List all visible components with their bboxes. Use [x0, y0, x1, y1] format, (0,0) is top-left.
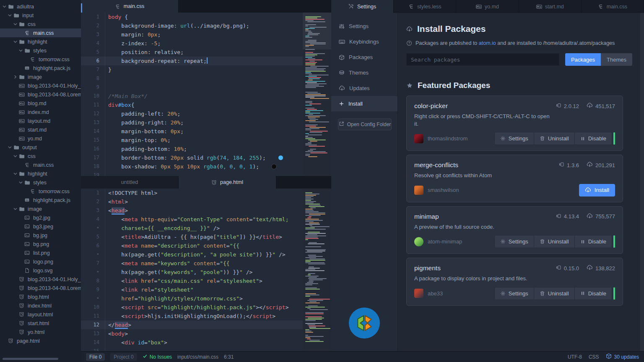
cursor-position[interactable]: 6:31 — [224, 354, 234, 360]
uninstall-button-pigments[interactable]: Uninstall — [534, 287, 575, 300]
tree-item-index.md[interactable]: index.md — [0, 108, 81, 116]
tree-item-output[interactable]: output — [0, 143, 81, 152]
settings-nav-install[interactable]: Install — [331, 96, 397, 111]
tab-main.css[interactable]: main.css — [81, 0, 179, 13]
chevron-down-icon[interactable] — [13, 22, 18, 26]
tree-item-blog.2013-04-01.Holy_Gr[interactable]: blog.2013-04-01.Holy_Gr — [0, 81, 81, 90]
tree-item-styles[interactable]: styles — [0, 46, 81, 55]
toggle-packages-button[interactable]: Packages — [565, 53, 601, 66]
uninstall-button-color-picker[interactable]: Uninstall — [534, 132, 575, 145]
settings-nav-keybindings[interactable]: Keybindings — [331, 34, 397, 49]
chevron-right-icon[interactable] — [13, 75, 18, 79]
editor-main-css[interactable]: 1body {2 background-image: url(../image/… — [81, 13, 331, 176]
atom-io-link[interactable]: atom.io — [479, 40, 496, 46]
grammar-indicator[interactable]: CSS — [589, 354, 599, 360]
settings-tab-start.md[interactable]: start.md — [519, 0, 582, 13]
tree-item-bg3.jpeg[interactable]: bg3.jpeg — [0, 222, 81, 231]
chevron-down-icon[interactable] — [19, 181, 24, 184]
tree-item-tomorrow.css[interactable]: tomorrow.css — [0, 55, 81, 64]
tree-item-main.css[interactable]: main.css — [0, 28, 81, 37]
encoding-indicator[interactable]: UTF-8 — [568, 354, 582, 360]
disable-button-pigments[interactable]: Disable — [575, 287, 612, 300]
settings-scrollbar[interactable] — [640, 13, 644, 351]
tree-item-bg2.jpg[interactable]: bg2.jpg — [0, 213, 81, 222]
tree-item-css[interactable]: css — [0, 152, 81, 160]
settings-nav-packages[interactable]: Packages — [331, 49, 397, 65]
tree-item-input[interactable]: input — [0, 11, 81, 20]
package-name[interactable]: pigments — [414, 264, 441, 272]
editor-page-html[interactable]: 1<!DOCTYPE html>2<html>3<head>4 <meta ht… — [81, 189, 331, 351]
toggle-themes-button[interactable]: Themes — [601, 53, 632, 66]
tree-item-highlight[interactable]: highlight — [0, 37, 81, 46]
tab-page.html[interactable]: page.html — [179, 176, 276, 189]
tree-item-layout.md[interactable]: layout.md — [0, 116, 81, 125]
project-issues-badge[interactable]: Project 0 — [110, 353, 137, 361]
settings-nav-themes[interactable]: Themes — [331, 65, 397, 80]
tree-item-image[interactable]: image — [0, 204, 81, 213]
tree-item-blog.2013-04-08.Lorem_I[interactable]: blog.2013-04-08.Lorem_I — [0, 284, 81, 292]
tree-item-image[interactable]: image — [0, 72, 81, 81]
tree-item-blog.2013-04-01.Holy_Gr[interactable]: blog.2013-04-01.Holy_Gr — [0, 275, 81, 284]
tree-item-blog.html[interactable]: blog.html — [0, 292, 81, 301]
chevron-down-icon[interactable] — [19, 49, 24, 52]
updates-indicator[interactable]: 30 updates — [606, 353, 639, 360]
tree-item-highlight[interactable]: highlight — [0, 169, 81, 178]
disable-button-color-picker[interactable]: Disable — [575, 132, 612, 145]
tree-item-css[interactable]: css — [0, 20, 81, 28]
tree-item-styles[interactable]: styles — [0, 178, 81, 187]
tree-item-bg.jpg[interactable]: bg.jpg — [0, 231, 81, 240]
tree-item-bg.png[interactable]: bg.png — [0, 240, 81, 248]
tree-item-yo.html[interactable]: yo.html — [0, 328, 81, 336]
settings-button-minimap[interactable]: Settings — [494, 235, 534, 248]
settings-tab-styles.less[interactable]: styles.less — [394, 0, 456, 13]
settings-tab-yo.md[interactable]: yo.md — [456, 0, 519, 13]
tree-item-page.html[interactable]: page.html — [0, 336, 81, 345]
settings-nav-updates[interactable]: Updates — [331, 80, 397, 96]
package-author[interactable]: smashwilson — [428, 187, 459, 193]
tree-item-main.css[interactable]: main.css — [0, 160, 81, 169]
no-issues-status[interactable]: No Issues — [143, 354, 172, 360]
open-config-folder-button[interactable]: Open Config Folder — [338, 119, 392, 130]
tree-item-blog.md[interactable]: blog.md — [0, 99, 81, 108]
tree-item-highlight.pack.js[interactable]: highlight.pack.js — [0, 196, 81, 204]
tree-item-start.html[interactable]: start.html — [0, 319, 81, 328]
chevron-down-icon[interactable] — [13, 207, 18, 211]
settings-button-color-picker[interactable]: Settings — [494, 132, 534, 145]
settings-tab-Settings[interactable]: Settings — [331, 0, 394, 13]
chevron-down-icon[interactable] — [8, 13, 13, 17]
tree-item-logo.png[interactable]: logo.png — [0, 257, 81, 266]
package-name[interactable]: merge-conflicts — [414, 161, 458, 169]
settings-nav-settings[interactable]: Settings — [331, 18, 397, 34]
tree-item-highlight.pack.js[interactable]: highlight.pack.js — [0, 64, 81, 72]
settings-tab-main.css[interactable]: main.css — [582, 0, 644, 13]
chevron-down-icon[interactable] — [13, 154, 18, 158]
minimap-bottom[interactable] — [303, 189, 331, 351]
tree-item-yo.md[interactable]: yo.md — [0, 134, 81, 143]
chevron-down-icon[interactable] — [13, 172, 18, 176]
tree-item-tomorrow.css[interactable]: tomorrow.css — [0, 187, 81, 196]
package-author[interactable]: thomaslindstrom — [428, 135, 467, 142]
search-packages-input[interactable] — [406, 53, 559, 66]
chevron-down-icon[interactable] — [8, 145, 13, 149]
tab-untitled[interactable]: untitled — [81, 176, 179, 189]
minimap-top[interactable] — [303, 13, 331, 176]
package-name[interactable]: color-picker — [414, 102, 448, 110]
tree-item-layout.html[interactable]: layout.html — [0, 310, 81, 319]
tree-item-logo.svg[interactable]: logo.svg — [0, 266, 81, 275]
settings-button-pigments[interactable]: Settings — [494, 287, 534, 300]
tree-item-index.html[interactable]: index.html — [0, 301, 81, 310]
tree-item-list.png[interactable]: list.png — [0, 248, 81, 257]
file-path[interactable]: input/css/main.css — [177, 354, 218, 360]
package-author[interactable]: abe33 — [428, 290, 443, 297]
tree-item-adiultra[interactable]: adiultra — [0, 2, 81, 11]
install-button-merge-conflicts[interactable]: Install — [579, 184, 615, 197]
minimap-viewport[interactable] — [303, 13, 331, 49]
uninstall-button-minimap[interactable]: Uninstall — [534, 235, 575, 248]
tree-item-blog.2013-04-08.Lorem_I[interactable]: blog.2013-04-08.Lorem_I — [0, 90, 81, 99]
package-name[interactable]: minimap — [414, 213, 439, 220]
chevron-down-icon[interactable] — [3, 5, 8, 8]
tree-horizontal-scrollbar[interactable] — [3, 358, 58, 360]
tree-item-start.md[interactable]: start.md — [0, 125, 81, 134]
chevron-down-icon[interactable] — [13, 40, 18, 44]
file-issues-badge[interactable]: File 0 — [86, 353, 105, 361]
